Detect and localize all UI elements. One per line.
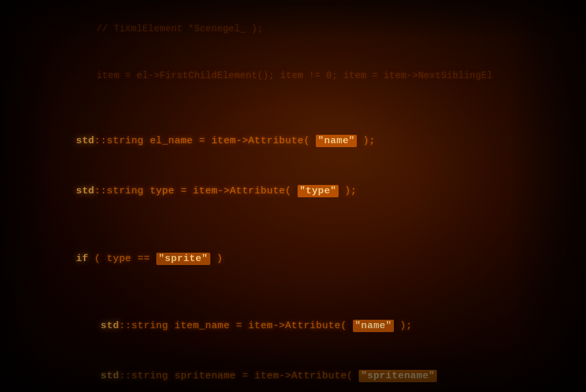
code-line [39,217,566,234]
code-line-spritename: std::string spritename = item->Attribute… [39,351,566,392]
code-line-item-name: std::string item_name = item->Attribute(… [39,301,566,351]
code-line [39,284,566,301]
code-line: // TiXmlElement *Scenegel_ ); [39,5,566,52]
code-line: std::string el_name = item->Attribute( "… [39,116,566,166]
code-line-type: std::string type = item->Attribute( "typ… [39,167,566,217]
code-line [39,99,566,116]
code-block: // TiXmlElement *Scenegel_ ); item = el-… [0,0,586,392]
code-screen: // TiXmlElement *Scenegel_ ); item = el-… [0,0,586,392]
code-line: item = el->FirstChildElement(); item != … [39,52,566,99]
code-line-sprite-check: if ( type == "sprite" ) [39,234,566,284]
